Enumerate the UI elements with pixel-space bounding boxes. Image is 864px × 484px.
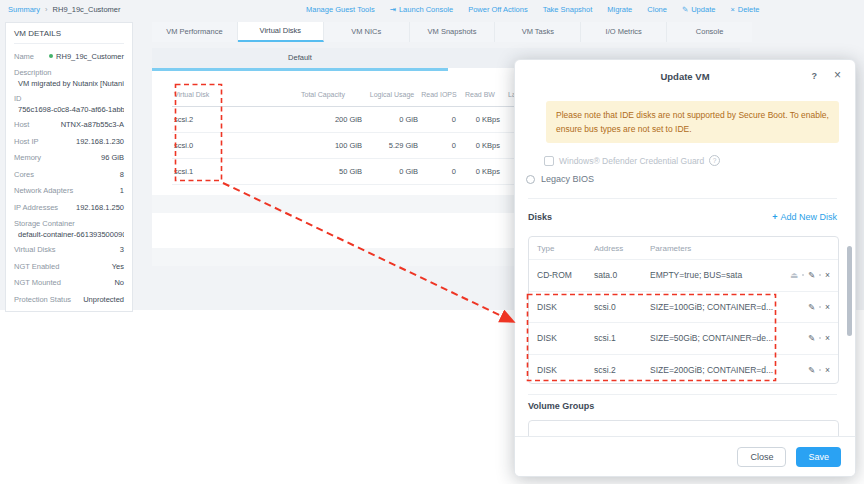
dot-separator	[819, 337, 821, 339]
disks-section-title: Disks	[528, 212, 552, 222]
tab-virtual-disks[interactable]: Virtual Disks	[238, 22, 324, 42]
tab-vm-tasks[interactable]: VM Tasks	[495, 22, 581, 42]
dot-separator	[819, 369, 821, 371]
delete-button[interactable]: ×Delete	[730, 5, 759, 14]
vm-details-panel: VM DETAILS Name RH9_19c_Customer Descrip…	[5, 22, 133, 312]
col-address: Address	[594, 244, 650, 253]
dot-separator	[819, 274, 821, 276]
tab-console[interactable]: Console	[667, 22, 752, 42]
col-type: Type	[537, 244, 594, 253]
field-virtual-disks: Virtual Disks3	[14, 242, 124, 259]
field-description: Description VM migrated by Nutanix [Nuta…	[14, 65, 124, 91]
disks-table-header: Type Address Parameters	[529, 237, 838, 259]
credential-guard-row: Windows® Defender Credential Guard ?	[544, 155, 720, 166]
field-ip-addresses: IP Addresses192.168.1.250	[14, 199, 124, 216]
col-total-capacity: Total Capacity	[282, 91, 364, 98]
migrate-button[interactable]: Migrate	[607, 5, 632, 14]
update-vm-modal: Update VM ? × Please note that IDE disks…	[514, 59, 856, 477]
dot-separator	[819, 306, 821, 308]
power-off-actions-button[interactable]: Power Off Actions	[468, 5, 527, 14]
close-icon[interactable]: ×	[834, 68, 841, 82]
remove-icon[interactable]: ×	[825, 333, 830, 343]
launch-console-button[interactable]: ⇥Launch Console	[390, 5, 454, 14]
edit-icon[interactable]: ✎	[808, 302, 815, 312]
tab-io-metrics[interactable]: I/O Metrics	[581, 22, 667, 42]
field-protection-status: Protection StatusUnprotected	[14, 291, 124, 308]
disk-row-scsi0: DISK scsi.0 SIZE=100GiB; CONTAINER=d... …	[529, 291, 838, 323]
vm-details-title: VM DETAILS	[14, 29, 124, 44]
breadcrumb-current-vm: RH9_19c_Customer	[53, 5, 121, 14]
storage-container-link[interactable]: default-container-66139350009045	[14, 230, 124, 239]
close-button[interactable]: Close	[737, 447, 786, 467]
field-cores: Cores8	[14, 166, 124, 183]
vm-detail-tabs: VM Performance Virtual Disks VM NICs VM …	[152, 22, 752, 42]
manage-guest-tools-button[interactable]: Manage Guest Tools	[306, 5, 375, 14]
ide-secure-boot-warning: Please note that IDE disks are not suppo…	[546, 101, 839, 143]
update-button[interactable]: ✎Update	[682, 5, 715, 14]
add-new-disk-button[interactable]: + Add New Disk	[772, 212, 837, 222]
breadcrumb-summary-link[interactable]: Summary	[8, 5, 40, 14]
tab-vm-snapshots[interactable]: VM Snapshots	[410, 22, 496, 42]
top-action-bar: Summary › RH9_19c_Customer Manage Guest …	[0, 0, 864, 18]
power-state-dot	[49, 54, 53, 58]
field-id: ID 756c1698-c0c8-4a70-af66-1abbf270cd...	[14, 91, 124, 117]
tab-vm-nics[interactable]: VM NICs	[324, 22, 410, 42]
breadcrumb-separator: ›	[45, 5, 48, 14]
disk-row-scsi2: DISK scsi.2 SIZE=200GiB; CONTAINER=d... …	[529, 354, 838, 385]
vm-actions-menu: Manage Guest Tools ⇥Launch Console Power…	[306, 0, 759, 18]
edit-icon[interactable]: ✎	[808, 365, 815, 375]
dot-separator	[802, 274, 804, 276]
disk-row-scsi1: DISK scsi.1 SIZE=50GiB; CONTAINER=de... …	[529, 322, 838, 354]
credential-guard-checkbox[interactable]	[544, 156, 554, 166]
eject-icon[interactable]: ⏏	[790, 270, 798, 280]
field-storage-container: Storage Container default-container-6613…	[14, 216, 124, 242]
section-divider	[528, 198, 837, 199]
remove-icon[interactable]: ×	[825, 365, 830, 375]
legacy-bios-radio[interactable]	[526, 175, 535, 184]
help-icon[interactable]: ?	[812, 71, 818, 81]
col-virtual-disk: Virtual Disk	[172, 91, 282, 98]
x-icon: ×	[730, 5, 734, 14]
section-divider	[528, 394, 837, 395]
pencil-icon: ✎	[682, 5, 688, 14]
launch-console-icon: ⇥	[390, 5, 396, 14]
field-network-adapters: Network Adapters1	[14, 183, 124, 200]
field-host: HostNTNX-a87b55c3-A	[14, 117, 124, 134]
modal-scrollbar[interactable]	[847, 246, 852, 336]
legacy-bios-label: Legacy BIOS	[541, 174, 594, 184]
edit-icon[interactable]: ✎	[808, 270, 815, 280]
modal-title: Update VM	[515, 71, 855, 82]
field-name: Name RH9_19c_Customer	[14, 48, 124, 65]
remove-icon[interactable]: ×	[825, 270, 830, 280]
edit-icon[interactable]: ✎	[808, 333, 815, 343]
field-ngt-enabled: NGT EnabledYes	[14, 258, 124, 275]
disks-table: Type Address Parameters CD-ROM sata.0 EM…	[528, 236, 839, 384]
col-read-iops: Read IOPS	[420, 91, 458, 98]
clone-button[interactable]: Clone	[647, 5, 667, 14]
col-parameters: Parameters	[650, 244, 830, 253]
field-memory: Memory96 GiB	[14, 150, 124, 167]
remove-icon[interactable]: ×	[825, 302, 830, 312]
tab-vm-performance[interactable]: VM Performance	[152, 22, 238, 42]
credential-guard-help-icon[interactable]: ?	[709, 155, 720, 166]
modal-footer: Close Save	[515, 436, 855, 476]
col-read-bw: Read BW	[458, 91, 502, 98]
field-host-ip: Host IP192.168.1.230	[14, 133, 124, 150]
field-ngt-mounted: NGT MountedNo	[14, 275, 124, 292]
credential-guard-label: Windows® Defender Credential Guard	[559, 156, 704, 166]
col-logical-usage: Logical Usage	[364, 91, 420, 98]
plus-icon: +	[772, 212, 777, 222]
legacy-bios-row: Legacy BIOS	[526, 174, 594, 184]
volume-groups-title: Volume Groups	[528, 401, 594, 411]
subtab-default[interactable]: Default	[152, 48, 448, 68]
disk-row-cdrom: CD-ROM sata.0 EMPTY=true; BUS=sata ⏏ ✎ ×	[529, 259, 838, 291]
breadcrumb: Summary › RH9_19c_Customer	[8, 0, 121, 18]
save-button[interactable]: Save	[796, 447, 841, 467]
take-snapshot-button[interactable]: Take Snapshot	[543, 5, 593, 14]
